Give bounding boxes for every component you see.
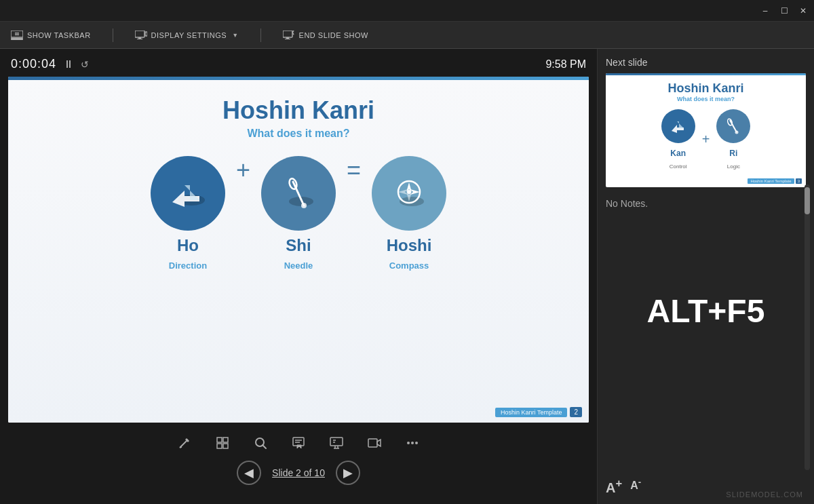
footer-num: 2 bbox=[570, 407, 582, 417]
svg-line-30 bbox=[180, 447, 182, 448]
video-tool-button[interactable] bbox=[362, 431, 387, 455]
svg-point-49 bbox=[407, 442, 410, 444]
svg-rect-9 bbox=[283, 31, 292, 37]
increase-font-button[interactable]: A+ bbox=[606, 477, 622, 496]
timer-left: 0:00:04 ⏸ ↺ bbox=[11, 57, 89, 71]
toolbar: SHOW TASKBAR DISPLAY SETTINGS ▼ bbox=[0, 22, 814, 49]
svg-rect-8 bbox=[137, 39, 142, 39]
close-button[interactable]: ✕ bbox=[798, 6, 809, 16]
svg-marker-40 bbox=[297, 445, 301, 448]
shortcut-hint: ALT+F5 bbox=[647, 292, 765, 330]
icon-col-ho: Ho Direction bbox=[151, 156, 225, 271]
svg-rect-41 bbox=[330, 438, 343, 446]
svg-rect-2 bbox=[15, 33, 19, 34]
slide-icons-row: Ho Direction + bbox=[151, 156, 446, 271]
display-settings-label: DISPLAY SETTINGS bbox=[151, 31, 227, 39]
monitor-tool-button[interactable] bbox=[324, 431, 349, 455]
svg-rect-37 bbox=[293, 438, 304, 446]
thumb-kan-circle bbox=[661, 109, 695, 143]
svg-point-51 bbox=[415, 442, 418, 444]
svg-rect-13 bbox=[285, 39, 290, 39]
more-tools-button[interactable] bbox=[400, 431, 425, 455]
prev-slide-button[interactable]: ◀ bbox=[237, 461, 261, 485]
nav-row: ◀ Slide 2 of 10 ▶ bbox=[237, 461, 360, 485]
display-settings-button[interactable]: DISPLAY SETTINGS ▼ bbox=[135, 31, 239, 40]
slide-title: Hoshin Kanri bbox=[222, 96, 374, 125]
icon-col-hoshi: Hoshi Compass bbox=[372, 156, 446, 271]
thumb-kan-label: Kan bbox=[670, 149, 686, 158]
titlebar-controls: – ☐ ✕ bbox=[760, 6, 809, 16]
slide-indicator: Slide 2 of 10 bbox=[272, 467, 325, 478]
ho-label: Ho bbox=[177, 236, 199, 255]
next-slide-label: Next slide bbox=[606, 57, 806, 68]
dropdown-arrow: ▼ bbox=[232, 32, 238, 39]
thumb-ri-label: Ri bbox=[729, 149, 737, 158]
svg-marker-25 bbox=[398, 189, 408, 195]
thumb-footer: Hoshin Kanri Template 3 bbox=[748, 178, 802, 184]
shi-circle bbox=[261, 156, 336, 231]
pause-button[interactable]: ⏸ bbox=[63, 58, 74, 71]
pointer-tool-button[interactable] bbox=[286, 431, 311, 455]
plus-operator: + bbox=[236, 156, 250, 185]
icon-col-shi: Shi Needle bbox=[261, 156, 336, 271]
slide-content: Hoshin Kanri What does it mean? bbox=[8, 80, 589, 423]
tool-icons bbox=[172, 431, 425, 455]
svg-marker-26 bbox=[410, 189, 420, 195]
show-taskbar-button[interactable]: SHOW TASKBAR bbox=[11, 31, 91, 40]
no-notes-text: No Notes. bbox=[606, 198, 806, 209]
minimize-button[interactable]: – bbox=[760, 6, 771, 16]
maximize-button[interactable]: ☐ bbox=[779, 6, 790, 16]
scrollbar-track[interactable] bbox=[805, 185, 810, 470]
ho-circle bbox=[151, 156, 225, 231]
ho-sub-label: Direction bbox=[169, 260, 207, 271]
thumb-kan-col: Kan Control bbox=[661, 109, 695, 170]
slide-display: Hoshin Kanri What does it mean? bbox=[8, 77, 589, 423]
pen-tool-button[interactable] bbox=[172, 431, 197, 455]
svg-line-54 bbox=[730, 120, 737, 132]
decrease-font-button[interactable]: A- bbox=[630, 477, 641, 496]
toolbar-separator-2 bbox=[260, 28, 261, 42]
toolbar-separator-1 bbox=[113, 28, 113, 42]
show-taskbar-label: SHOW TASKBAR bbox=[27, 31, 91, 39]
clock-display: 9:58 PM bbox=[545, 58, 586, 71]
svg-rect-47 bbox=[368, 439, 377, 447]
svg-marker-52 bbox=[672, 125, 684, 133]
svg-marker-53 bbox=[677, 121, 684, 128]
search-tool-button[interactable] bbox=[248, 431, 273, 455]
slide-footer: Hoshin Kanri Template 2 bbox=[495, 407, 582, 417]
grid-tool-button[interactable] bbox=[210, 431, 235, 455]
end-slideshow-button[interactable]: END SLIDE SHOW bbox=[283, 31, 368, 40]
hoshi-label: Hoshi bbox=[387, 236, 432, 255]
thumb-footer-tag: Hoshin Kanri Template bbox=[748, 178, 794, 184]
next-slide-thumbnail[interactable]: Hoshin Kanri What does it mean? Kan Cont… bbox=[606, 73, 806, 187]
svg-rect-31 bbox=[217, 438, 222, 442]
timer-display: 0:00:04 bbox=[11, 57, 56, 71]
svg-rect-12 bbox=[286, 37, 289, 39]
svg-rect-5 bbox=[145, 32, 147, 36]
thumb-icons-row: Kan Control + Ri Logic bbox=[661, 109, 751, 170]
right-panel: Next slide Hoshin Kanri What does it mea… bbox=[597, 49, 814, 504]
svg-rect-1 bbox=[11, 38, 23, 40]
svg-rect-7 bbox=[138, 37, 141, 39]
svg-point-20 bbox=[301, 203, 307, 208]
display-icon bbox=[135, 31, 147, 40]
thumb-footer-num: 3 bbox=[796, 178, 802, 184]
thumb-title: Hoshin Kanri bbox=[667, 81, 743, 96]
svg-line-36 bbox=[263, 445, 266, 448]
svg-point-50 bbox=[411, 442, 414, 444]
timer-row: 0:00:04 ⏸ ↺ 9:58 PM bbox=[8, 57, 589, 77]
slide-subtitle: What does it mean? bbox=[247, 128, 349, 140]
shi-sub-label: Needle bbox=[284, 260, 313, 271]
svg-point-56 bbox=[735, 131, 739, 134]
svg-point-27 bbox=[407, 190, 411, 194]
scrollbar-thumb[interactable] bbox=[805, 187, 810, 214]
hoshi-circle bbox=[372, 156, 446, 231]
svg-rect-3 bbox=[15, 34, 19, 35]
main-area: 0:00:04 ⏸ ↺ 9:58 PM Hoshin Kanri What do… bbox=[0, 49, 814, 504]
thumb-ri-circle bbox=[716, 109, 750, 143]
next-slide-button[interactable]: ▶ bbox=[336, 461, 360, 485]
taskbar-icon bbox=[11, 31, 23, 40]
thumb-plus: + bbox=[702, 132, 710, 147]
svg-rect-32 bbox=[223, 438, 228, 442]
reset-button[interactable]: ↺ bbox=[81, 59, 89, 70]
